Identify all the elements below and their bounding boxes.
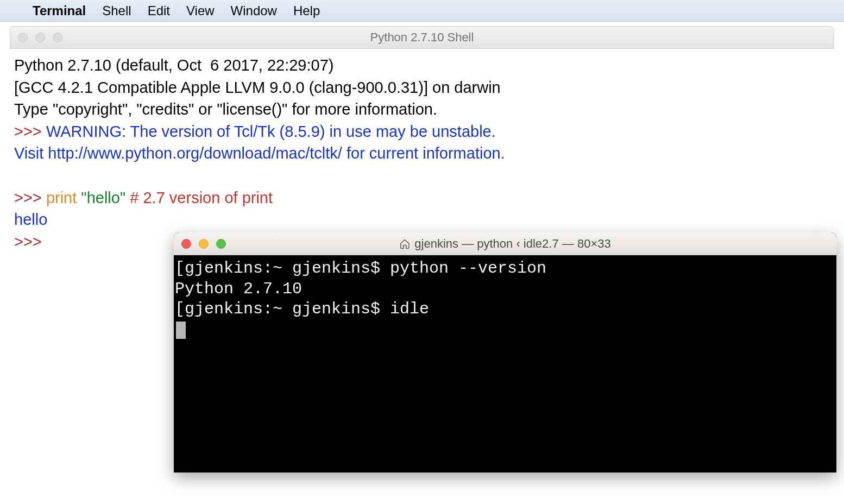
idle-shell-content[interactable]: Python 2.7.10 (default, Oct 6 2017, 22:2… xyxy=(10,49,834,258)
idle-banner-line: Type "copyright", "credits" or "license(… xyxy=(14,98,830,121)
menu-view[interactable]: View xyxy=(186,3,215,18)
menu-help[interactable]: Help xyxy=(293,3,320,18)
terminal-titlebar[interactable]: gjenkins — python ‹ idle2.7 — 80×33 xyxy=(174,232,836,255)
idle-prompt: >>> xyxy=(14,233,46,250)
idle-blank-line xyxy=(14,165,830,187)
zoom-icon[interactable] xyxy=(216,239,226,249)
terminal-line: [gjenkins:~ gjenkins$ idle xyxy=(175,299,835,320)
terminal-prompt: [gjenkins:~ gjenkins$ xyxy=(175,259,390,278)
macos-menubar: Terminal Shell Edit View Window Help xyxy=(0,0,844,22)
idle-keyword: print xyxy=(46,189,77,206)
idle-comment: # 2.7 version of print xyxy=(130,189,273,206)
idle-input-line: >>> print "hello" # 2.7 version of print xyxy=(14,187,830,209)
terminal-output-line: Python 2.7.10 xyxy=(175,279,835,300)
terminal-command: python --version xyxy=(390,259,546,278)
idle-warning-line: Visit http://www.python.org/download/mac… xyxy=(14,142,830,165)
idle-titlebar[interactable]: Python 2.7.10 Shell xyxy=(10,26,834,49)
idle-banner-line: Python 2.7.10 (default, Oct 6 2017, 22:2… xyxy=(14,54,830,77)
terminal-prompt: [gjenkins:~ gjenkins$ xyxy=(175,300,390,318)
idle-banner-line: [GCC 4.2.1 Compatible Apple LLVM 9.0.0 (… xyxy=(14,77,830,99)
terminal-cursor-icon xyxy=(176,322,186,339)
home-icon xyxy=(399,238,410,249)
idle-prompt: >>> xyxy=(14,123,46,140)
idle-warning-text: WARNING: The version of Tcl/Tk (8.5.9) i… xyxy=(46,123,496,140)
idle-prompt: >>> xyxy=(14,189,46,206)
terminal-traffic-lights xyxy=(174,239,226,249)
terminal-command: idle xyxy=(390,300,429,318)
idle-string: "hello" xyxy=(81,189,125,206)
minimize-icon[interactable] xyxy=(199,239,209,249)
terminal-line: [gjenkins:~ gjenkins$ python --version xyxy=(175,259,835,279)
menu-edit[interactable]: Edit xyxy=(148,3,170,18)
close-icon[interactable] xyxy=(18,33,28,42)
terminal-cursor-line xyxy=(175,320,835,341)
minimize-icon[interactable] xyxy=(35,33,45,42)
idle-warning-line: >>> WARNING: The version of Tcl/Tk (8.5.… xyxy=(14,121,830,143)
close-icon[interactable] xyxy=(181,239,191,249)
terminal-window-title: gjenkins — python ‹ idle2.7 — 80×33 xyxy=(414,237,610,251)
idle-window-title: Python 2.7.10 Shell xyxy=(370,30,474,45)
idle-output-line: hello xyxy=(14,209,830,231)
terminal-window: gjenkins — python ‹ idle2.7 — 80×33 [gje… xyxy=(174,232,836,472)
idle-traffic-lights xyxy=(10,33,62,42)
idle-window: Python 2.7.10 Shell Python 2.7.10 (defau… xyxy=(10,26,834,258)
menubar-app-name[interactable]: Terminal xyxy=(33,3,86,18)
terminal-title-wrap: gjenkins — python ‹ idle2.7 — 80×33 xyxy=(399,237,610,251)
menu-shell[interactable]: Shell xyxy=(102,3,131,18)
terminal-content[interactable]: [gjenkins:~ gjenkins$ python --version P… xyxy=(174,255,836,472)
menu-window[interactable]: Window xyxy=(231,3,277,18)
zoom-icon[interactable] xyxy=(53,33,62,42)
